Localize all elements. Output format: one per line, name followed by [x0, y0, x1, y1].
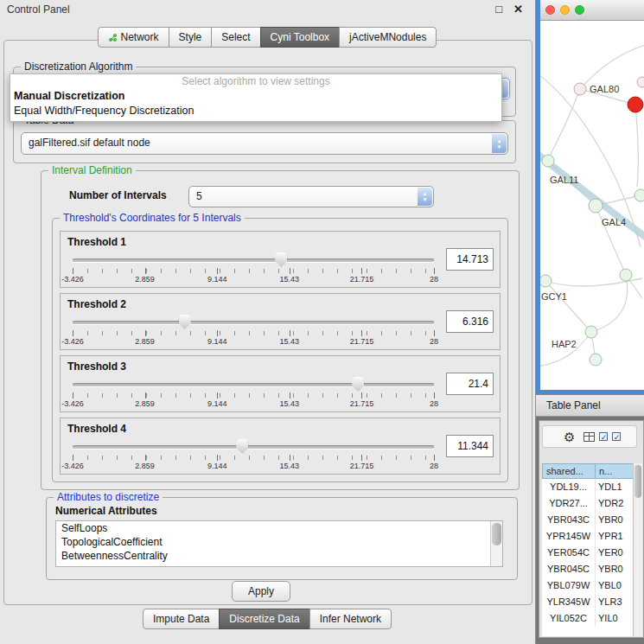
float-window-icon[interactable]: □	[495, 3, 502, 16]
slider-track[interactable]	[73, 258, 434, 262]
node-partial-right[interactable]	[634, 189, 644, 201]
node-gal4[interactable]	[589, 199, 603, 213]
table-row[interactable]: YIL052CYIL0	[542, 610, 634, 627]
network-icon	[108, 33, 118, 42]
table-data-group: Table Data galFiltered.sif default node …	[13, 120, 516, 163]
slider-thumb[interactable]	[179, 315, 191, 329]
list-scrollbar[interactable]	[490, 521, 502, 566]
apply-button[interactable]: Apply	[232, 581, 290, 602]
threshold-3-value-field[interactable]: 21.4	[446, 373, 494, 395]
panel-title: Control Panel	[7, 3, 70, 16]
checkbox-icon[interactable]: ✓	[599, 432, 608, 441]
table-row[interactable]: YBL079WYBL0	[542, 577, 634, 594]
node-gcy1[interactable]	[540, 275, 552, 287]
list-item[interactable]: SelfLoops	[56, 521, 502, 535]
slider-ruler	[73, 456, 434, 460]
threshold-1-slider[interactable]: -3.426 2.859 9.144 15.43 21.715 28	[73, 252, 434, 285]
table-row[interactable]: YBR045CYBR0	[542, 561, 634, 577]
tab-network[interactable]: Network	[98, 27, 169, 48]
slider-ruler	[73, 331, 434, 335]
gear-icon[interactable]: ⚙	[564, 430, 575, 443]
table-row[interactable]: YBR043CYBR0	[542, 512, 634, 528]
svg-text:GAL11: GAL11	[550, 175, 578, 185]
tab-label: Discretize Data	[229, 609, 299, 628]
network-window-titlebar[interactable]	[540, 0, 644, 21]
slider-tick-labels: -3.426 2.859 9.144 15.43 21.715 28	[73, 275, 434, 284]
threshold-3-slider[interactable]: -3.426 2.859 9.144 15.43 21.715 28	[73, 377, 434, 410]
number-of-intervals-value: 5	[196, 187, 414, 206]
node-unlabeled[interactable]	[620, 269, 632, 281]
scrollbar-thumb[interactable]	[492, 523, 501, 545]
table-data-select[interactable]: galFiltered.sif default node ▲▼	[21, 132, 508, 155]
tab-jactivemodules[interactable]: jActiveMNodules	[339, 27, 437, 48]
node-partial-top[interactable]	[637, 77, 644, 87]
svg-text:GAL80: GAL80	[590, 84, 619, 94]
table-row[interactable]: YDL19...YDL1	[542, 479, 634, 495]
column-header-shared-name[interactable]: shared...	[542, 463, 596, 479]
node-unlabeled[interactable]	[590, 354, 602, 366]
table-row[interactable]: YER054CYER0	[542, 545, 634, 561]
scrollbar-thumb[interactable]	[634, 465, 641, 498]
dropdown-placeholder: Select algorithm to view settings	[10, 74, 501, 89]
close-traffic-light-icon[interactable]	[545, 5, 555, 15]
combo-spinner-icon[interactable]: ▲▼	[492, 134, 507, 153]
numerical-attributes-label: Numerical Attributes	[55, 505, 157, 517]
table-row[interactable]: YLR345WYLR3	[542, 594, 634, 610]
threshold-2-value-field[interactable]: 6.316	[446, 310, 494, 333]
slider-thumb[interactable]	[352, 377, 364, 392]
table-row[interactable]: YDR27...YDR2	[542, 495, 634, 512]
slider-tick-labels: -3.426 2.859 9.144 15.43 21.715 28	[73, 462, 434, 470]
bottom-tab-bar: Impute Data Discretize Data Infer Networ…	[0, 609, 535, 629]
node-highlighted[interactable]	[628, 97, 643, 112]
group-title: Threshold's Coordinates for 5 Intervals	[60, 212, 245, 224]
table-panel-header[interactable]: Table Panel	[536, 394, 644, 417]
node-hap2[interactable]	[585, 326, 597, 338]
tab-select[interactable]: Select	[211, 27, 260, 48]
threshold-1-value-field[interactable]: 14.713	[446, 248, 494, 271]
numerical-attributes-list[interactable]: SelfLoops TopologicalCoefficient Between…	[55, 520, 503, 567]
threshold-4-value-field[interactable]: 11.344	[446, 435, 494, 457]
threshold-2-slider[interactable]: -3.426 2.859 9.144 15.43 21.715 28	[73, 315, 434, 348]
slider-track[interactable]	[73, 445, 434, 449]
tab-label: Select	[221, 28, 250, 47]
network-graph: GAL80 GAL11 GAL4 GCY1 HAP2	[540, 21, 644, 390]
group-title: Discretization Algorithm	[21, 61, 136, 73]
combo-spinner-icon[interactable]: ▲▼	[418, 188, 432, 206]
tab-impute-data[interactable]: Impute Data	[143, 609, 220, 629]
node-gal11[interactable]	[542, 155, 554, 167]
table-columns-icon[interactable]	[583, 432, 595, 442]
column-header-name[interactable]: n...	[595, 463, 634, 479]
list-item[interactable]: TopologicalCoefficient	[56, 535, 502, 549]
tab-discretize-data[interactable]: Discretize Data	[219, 609, 309, 629]
attributes-to-discretize-group: Attributes to discretize Numerical Attri…	[46, 497, 518, 580]
tab-cyni-toolbox[interactable]: Cyni Toolbox	[260, 27, 340, 48]
minimize-traffic-light-icon[interactable]	[560, 5, 570, 15]
group-title: Attributes to discretize	[54, 491, 163, 503]
close-icon[interactable]: ✕	[513, 3, 523, 16]
tab-label: Impute Data	[153, 609, 209, 628]
threshold-4-slider[interactable]: -3.426 2.859 9.144 15.43 21.715 28	[73, 439, 434, 472]
svg-text:HAP2: HAP2	[552, 339, 577, 349]
table-scrollbar[interactable]	[633, 463, 642, 636]
tab-style[interactable]: Style	[169, 27, 213, 48]
tab-infer-network[interactable]: Infer Network	[309, 609, 392, 629]
slider-tick-labels: -3.426 2.859 9.144 15.43 21.715 28	[73, 337, 434, 346]
slider-track[interactable]	[73, 321, 434, 324]
slider-thumb[interactable]	[275, 252, 287, 267]
node-gal80[interactable]	[574, 83, 586, 95]
slider-tick-labels: -3.426 2.859 9.144 15.43 21.715 28	[73, 399, 434, 408]
list-item[interactable]: BetweennessCentrality	[56, 549, 502, 563]
number-of-intervals-select[interactable]: 5 ▲▼	[188, 186, 434, 207]
slider-track[interactable]	[73, 383, 434, 386]
down-arrow-icon: ▼	[423, 197, 428, 202]
network-canvas[interactable]: GAL80 GAL11 GAL4 GCY1 HAP2	[540, 21, 644, 390]
dropdown-option-equal-width[interactable]: Equal Width/Frequency Discretization	[10, 104, 501, 118]
zoom-traffic-light-icon[interactable]	[575, 5, 584, 15]
threshold-2-row: Threshold 2 -3.426 2.859 9.144 15.43 21.…	[60, 293, 501, 350]
number-of-intervals-label: Number of Intervals	[69, 189, 167, 201]
checkbox-icon[interactable]: ✓	[612, 432, 621, 441]
slider-thumb[interactable]	[236, 439, 248, 454]
slider-ruler	[73, 269, 434, 273]
table-row[interactable]: YPR145WYPR1	[542, 528, 634, 545]
dropdown-option-manual-discretization[interactable]: Manual Discretization	[10, 89, 501, 104]
